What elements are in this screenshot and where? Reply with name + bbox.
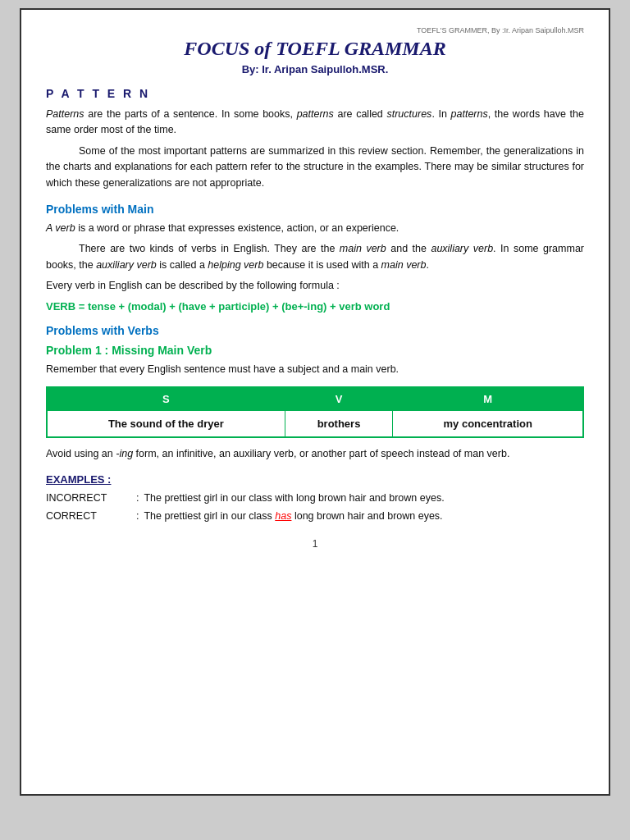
- auxiliary-verb-italic-1: auxiliary verb: [431, 243, 493, 254]
- auxiliary-verb-italic-2: auxiliary verb: [96, 259, 157, 271]
- grammar-table-container: S V M The sound of the dryer brothers my…: [46, 386, 584, 438]
- correct-colon: :: [136, 510, 139, 522]
- problems-main-heading: Problems with Main: [46, 203, 584, 216]
- formula: VERB = tense + (modal) + (have + partici…: [46, 300, 584, 313]
- table-header-m: M: [393, 387, 583, 411]
- main-verb-italic-2: main verb: [381, 259, 427, 271]
- table-cell-verb: brothers: [285, 410, 393, 437]
- patterns-italic-3: patterns: [451, 108, 488, 120]
- helping-verb-italic: helping verb: [208, 259, 263, 271]
- table-cell-modifier: my concentration: [393, 410, 583, 437]
- problems-verbs-heading: Problems with Verbs: [46, 324, 584, 337]
- problem1-heading: Problem 1 : Missing Main Verb: [46, 344, 584, 357]
- subtitle: By: Ir. Aripan Saipulloh.MSR.: [46, 63, 584, 75]
- examples-heading: EXAMPLES :: [46, 473, 584, 486]
- verb-italic: A verb: [46, 222, 75, 234]
- correct-text-after: long brown hair and brown eyes.: [291, 510, 442, 522]
- correct-label: CORRECT: [46, 510, 136, 522]
- has-word: has: [275, 510, 291, 522]
- incorrect-colon: :: [136, 492, 139, 504]
- problems-main-para1: A verb is a word or phrase that expresse…: [46, 221, 584, 236]
- incorrect-text: The prettiest girl in our class with lon…: [144, 492, 584, 504]
- structures-italic: structures: [386, 108, 431, 120]
- problems-main-para2: There are two kinds of verbs in English.…: [46, 241, 584, 273]
- avoid-para: Avoid using an -ing form, an infinitive,…: [46, 446, 584, 462]
- ing-italic: -ing: [116, 448, 133, 459]
- table-header-v: V: [285, 387, 393, 411]
- table-header-s: S: [47, 387, 285, 411]
- patterns-italic-2: patterns: [297, 108, 334, 120]
- example-correct: CORRECT : The prettiest girl in our clas…: [46, 510, 584, 522]
- main-title: FOCUS of TOEFL GRAMMAR: [46, 38, 584, 60]
- problem1-para: Remember that every English sentence mus…: [46, 362, 584, 377]
- pattern-paragraph-2: Some of the most important patterns are …: [46, 144, 584, 191]
- pattern-paragraph-1: Patterns are the parts of a sentence. In…: [46, 107, 584, 139]
- incorrect-label: INCORRECT: [46, 492, 136, 504]
- problems-main-para3: Every verb in English can be described b…: [46, 278, 584, 294]
- table-data-row: The sound of the dryer brothers my conce…: [47, 410, 583, 437]
- correct-text: The prettiest girl in our class has long…: [144, 510, 584, 522]
- page: TOEFL'S GRAMMER, By :Ir. Aripan Saipullo…: [20, 8, 610, 796]
- pattern-heading: P A T T E R N: [46, 87, 584, 100]
- example-incorrect: INCORRECT : The prettiest girl in our cl…: [46, 492, 584, 504]
- grammar-table: S V M The sound of the dryer brothers my…: [46, 386, 584, 438]
- patterns-italic-1: Patterns: [46, 108, 84, 120]
- correct-text-before: The prettiest girl in our class: [144, 510, 275, 522]
- main-verb-italic: main verb: [340, 243, 386, 254]
- watermark: TOEFL'S GRAMMER, By :Ir. Aripan Saipullo…: [46, 26, 584, 34]
- table-cell-subject: The sound of the dryer: [47, 410, 285, 437]
- table-header-row: S V M: [47, 387, 583, 411]
- page-number: 1: [46, 538, 584, 550]
